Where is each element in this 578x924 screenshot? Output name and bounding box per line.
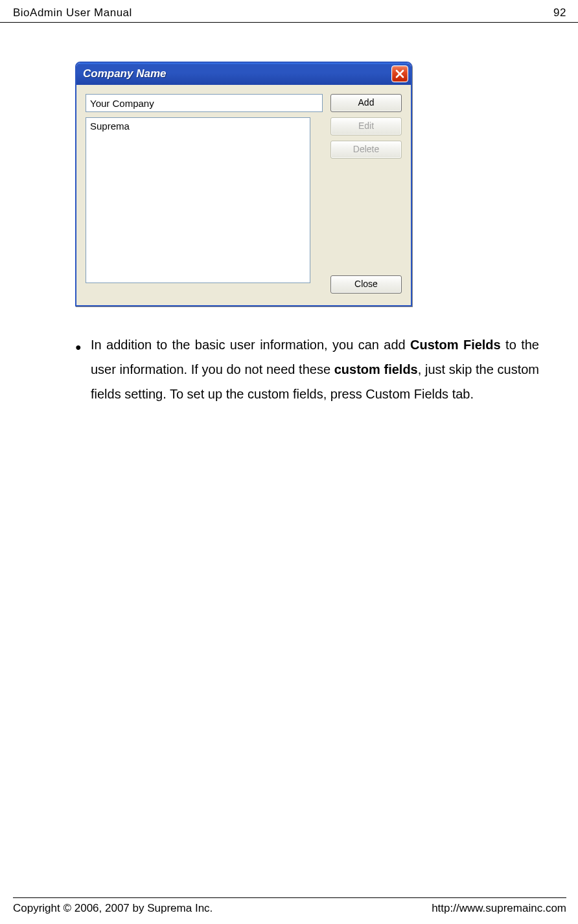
bullet-icon: ● (75, 332, 84, 406)
header-title: BioAdmin User Manual (13, 6, 132, 19)
close-button[interactable]: Close (330, 275, 402, 294)
para-bold-1: Custom Fields (410, 338, 501, 352)
paragraph-text: In addition to the basic user informatio… (91, 332, 539, 406)
delete-button: Delete (330, 141, 402, 159)
add-button[interactable]: Add (330, 94, 402, 112)
footer-url: http://www.supremainc.com (432, 902, 566, 915)
company-name-dialog: Company Name Add Suprema Edit Delete Clo… (75, 62, 412, 306)
page-footer: Copyright © 2006, 2007 by Suprema Inc. h… (13, 897, 566, 915)
page-header: BioAdmin User Manual 92 (0, 0, 578, 23)
para-bold-2: custom fields (334, 362, 418, 376)
window-close-button[interactable] (391, 65, 408, 82)
dialog-title: Company Name (83, 67, 166, 80)
edit-button: Edit (330, 117, 402, 135)
page-content: Company Name Add Suprema Edit Delete Clo… (0, 23, 578, 406)
company-name-input[interactable] (86, 94, 323, 112)
paragraph-block: ● In addition to the basic user informat… (75, 332, 559, 406)
close-icon (395, 69, 404, 78)
dialog-body: Add Suprema Edit Delete Close (76, 85, 411, 305)
footer-copyright: Copyright © 2006, 2007 by Suprema Inc. (13, 902, 213, 915)
list-item[interactable]: Suprema (90, 121, 306, 132)
company-listbox[interactable]: Suprema (86, 117, 310, 283)
header-page-number: 92 (553, 6, 566, 19)
dialog-titlebar: Company Name (76, 63, 411, 85)
para-pre: In addition to the basic user informatio… (91, 338, 410, 352)
